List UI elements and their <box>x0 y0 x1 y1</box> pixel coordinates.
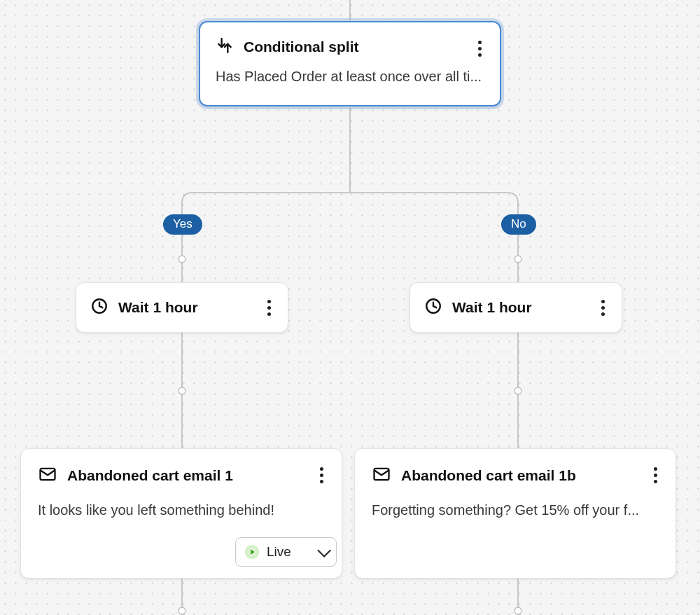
more-vertical-icon <box>320 467 323 483</box>
more-menu-button[interactable] <box>258 297 279 318</box>
svg-point-10 <box>178 387 186 394</box>
svg-point-12 <box>178 607 186 614</box>
node-title: Conditional split <box>244 39 358 55</box>
status-label: Live <box>267 544 291 560</box>
node-conditional-split[interactable]: Conditional split Has Placed Order at le… <box>199 21 501 106</box>
node-condition-text: Has Placed Order at least once over all … <box>216 69 483 85</box>
node-wait-no[interactable]: Wait 1 hour <box>410 282 622 333</box>
mail-icon <box>38 464 57 487</box>
split-icon <box>216 36 234 57</box>
svg-point-9 <box>514 256 522 263</box>
flow-canvas[interactable]: Conditional split Has Placed Order at le… <box>0 0 700 615</box>
more-menu-button[interactable] <box>311 464 332 485</box>
node-email-no[interactable]: Abandoned cart email 1b Forgetting somet… <box>354 448 676 579</box>
more-menu-button[interactable] <box>645 464 666 485</box>
more-menu-button[interactable] <box>469 38 490 59</box>
node-title: Abandoned cart email 1b <box>401 467 576 484</box>
email-preview: It looks like you left something behind! <box>38 502 325 518</box>
more-vertical-icon <box>478 41 482 57</box>
node-title: Wait 1 hour <box>452 299 532 316</box>
status-dropdown[interactable]: Live <box>235 537 337 567</box>
node-title: Abandoned cart email 1 <box>67 467 233 484</box>
branch-pill-yes: Yes <box>163 214 202 235</box>
svg-point-11 <box>514 387 522 394</box>
play-circle-icon <box>244 544 260 560</box>
chevron-down-icon <box>317 544 331 558</box>
more-menu-button[interactable] <box>592 297 613 318</box>
email-preview: Forgetting something? Get 15% off your f… <box>372 502 659 518</box>
node-wait-yes[interactable]: Wait 1 hour <box>76 282 288 333</box>
svg-point-13 <box>514 607 522 614</box>
svg-point-8 <box>178 256 186 263</box>
branch-pill-no: No <box>501 214 536 235</box>
clock-icon <box>424 297 442 318</box>
node-email-yes[interactable]: Abandoned cart email 1 It looks like you… <box>20 448 342 579</box>
clock-icon <box>90 297 108 318</box>
more-vertical-icon <box>601 300 605 316</box>
mail-icon <box>372 464 391 487</box>
more-vertical-icon <box>654 467 657 483</box>
node-title: Wait 1 hour <box>118 299 198 316</box>
more-vertical-icon <box>267 300 271 316</box>
